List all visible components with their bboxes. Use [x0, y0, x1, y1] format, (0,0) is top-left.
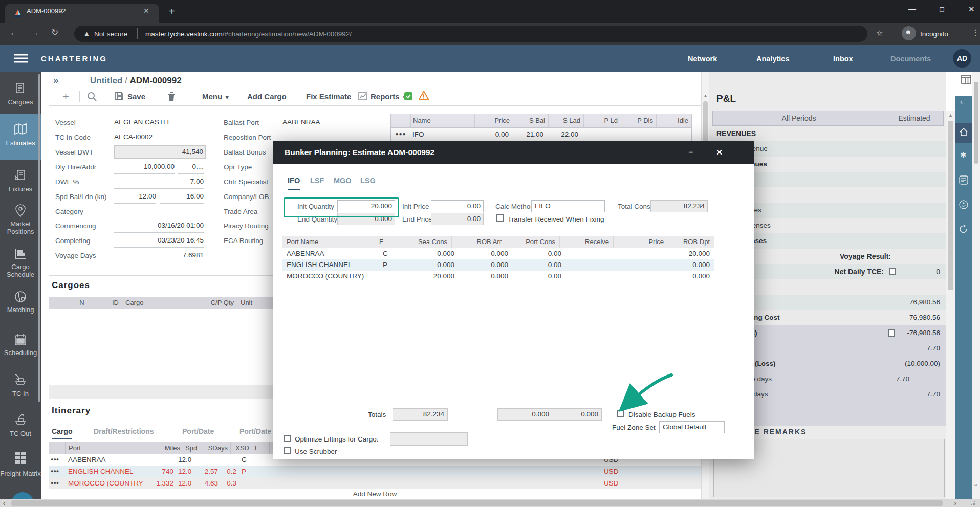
vessel-field[interactable]: AEGEAN CASTLE — [114, 118, 204, 129]
sidebar-item-tc-in[interactable]: TC In — [0, 390, 41, 398]
main-scrollbar[interactable]: ⌄ — [972, 72, 980, 499]
col-f[interactable]: F — [375, 236, 400, 248]
bunker-col-sbal[interactable]: S Bal — [513, 114, 549, 127]
scrollbar-thumb[interactable] — [11, 500, 943, 506]
col-price[interactable]: Price — [614, 236, 668, 248]
bunker-col-pdis[interactable]: P Dis — [621, 114, 657, 127]
tab-close-icon[interactable]: ✕ — [143, 7, 149, 15]
sidebar-scrollbar[interactable] — [38, 74, 40, 402]
pnl-col-estimated[interactable]: Estimated — [885, 111, 943, 125]
table-row[interactable]: MOROCCO (COUNTRY) 20.000 0.000 0.00 0.00… — [282, 271, 714, 282]
table-row[interactable]: AABENRAA C 0.000 0.000 0.00 20.000 — [282, 248, 714, 259]
nav-item-inbox[interactable]: Inbox — [833, 55, 853, 63]
use-scrubber-checkbox[interactable] — [284, 447, 291, 454]
avatar[interactable]: AD — [953, 49, 971, 68]
nav-item-documents[interactable]: Documents — [890, 55, 931, 63]
col-rob-arr[interactable]: ROB Arr — [452, 236, 506, 248]
spd-laden-field[interactable]: 16.00 — [160, 192, 204, 204]
transfer-received-checkbox[interactable] — [496, 214, 504, 222]
window-maximize-button[interactable]: ◻ — [939, 5, 945, 13]
sidebar-item-fixtures[interactable]: Fixtures — [0, 185, 41, 193]
tc-in-code-field[interactable]: AECA-I0002 — [114, 133, 204, 144]
close-icon[interactable]: ✕ — [716, 141, 723, 164]
fixtures-icon[interactable] — [14, 169, 27, 182]
pnl-scrollbar[interactable]: ▲ — [946, 111, 955, 499]
table-row[interactable]: ENGLISH CHANNEL P 0.000 0.000 0.00 0.000 — [282, 259, 714, 271]
bottom-scrollbar[interactable]: ‹ › — [0, 499, 980, 507]
collapse-panel-icon[interactable]: » — [53, 75, 59, 86]
info-circle-icon[interactable] — [959, 200, 968, 209]
modal-title-bar[interactable]: Bunker Planning: Estimate ADM-000992 – ✕ — [273, 141, 754, 164]
url-host[interactable]: master.tyche.veslink.com — [145, 30, 223, 38]
collapse-right-icon[interactable]: ‹ — [960, 97, 963, 106]
scroll-down-arrow-icon[interactable]: ⌄ — [973, 481, 978, 488]
sidebar-item-matching[interactable]: Matching — [0, 306, 41, 314]
forward-icon[interactable]: → — [30, 27, 39, 38]
itin-col-miles[interactable]: Miles — [156, 442, 183, 454]
reload-icon[interactable]: ↻ — [51, 27, 58, 38]
sidebar-item-cargo-schedule[interactable]: Cargo Schedule — [0, 263, 41, 278]
row-menu-icon[interactable]: ●●● — [391, 128, 410, 141]
profit-loss-checkbox[interactable] — [888, 329, 895, 337]
commencing-field[interactable]: 03/16/20 01:00 — [114, 222, 204, 233]
cargo-schedule-bars-icon[interactable] — [14, 248, 27, 260]
addr-comm-field[interactable]: 0.... — [178, 163, 204, 174]
col-port-name[interactable]: Port Name — [282, 236, 375, 248]
scroll-right-arrow-icon[interactable]: › — [954, 499, 956, 507]
estimates-map-icon[interactable] — [14, 123, 27, 136]
itin-col-sdays[interactable]: SDays — [202, 442, 231, 454]
table-row[interactable]: ●●● MOROCCO (COUNTRY 1,332 12.0 4.63 0.3… — [49, 477, 701, 489]
add-new-row-button[interactable]: Add New Row — [49, 489, 701, 499]
row-menu-icon[interactable]: ●●● — [51, 466, 59, 477]
bunker-col-price[interactable]: Price — [475, 114, 513, 127]
table-row[interactable]: ●●● ENGLISH CHANNEL 740 12.0 2.57 0.2 P … — [49, 466, 701, 477]
init-price-field[interactable]: 0.00 — [431, 200, 484, 212]
save-button[interactable]: Save — [127, 92, 145, 101]
cargoes-col-qty[interactable]: C/P Qty — [206, 297, 237, 309]
spd-ballast-field[interactable]: 12.00 — [114, 192, 156, 204]
voyage-days-field[interactable]: 7.6981 — [114, 251, 204, 262]
nav-item-analytics[interactable]: Analytics — [756, 55, 789, 63]
table-row[interactable]: ●●● IFO 0.00 21.00 22.00 — [391, 128, 691, 141]
bookmark-star-icon[interactable]: ☆ — [876, 29, 883, 38]
scheduling-calendar-icon[interactable] — [14, 334, 27, 346]
bunker-col-idle[interactable]: Idle — [657, 114, 691, 127]
col-rob-dpt[interactable]: ROB Dpt — [668, 236, 714, 248]
menu-button[interactable]: Menu ▼ — [202, 92, 230, 101]
freight-matrix-grid-icon[interactable] — [15, 452, 26, 464]
browser-menu-icon[interactable]: ⋮ — [971, 28, 979, 37]
window-minimize-button[interactable]: — — [908, 4, 916, 13]
market-positions-pin-icon[interactable] — [14, 204, 27, 218]
sidebar-item-market-positions[interactable]: Market Positions — [0, 220, 41, 235]
add-row-icon[interactable]: + — [62, 90, 69, 103]
scrollbar-thumb[interactable] — [948, 121, 953, 290]
tc-out-ship-icon[interactable] — [14, 412, 27, 426]
sidebar-item-tc-out[interactable]: TC Out — [0, 430, 41, 437]
col-port-cons[interactable]: Port Cons — [506, 236, 560, 248]
breadcrumb-untitled[interactable]: Untitled — [90, 76, 122, 85]
tc-in-ship-icon[interactable] — [14, 372, 27, 386]
completing-field[interactable]: 03/23/20 16:45 — [114, 236, 204, 248]
fix-estimate-button[interactable]: Fix Estimate — [306, 92, 351, 101]
sidebar-item-cargoes[interactable]: Cargoes — [0, 98, 41, 106]
scroll-up-arrow-icon[interactable]: ▲ — [703, 93, 708, 98]
back-icon[interactable]: ← — [9, 27, 19, 38]
cargoes-scroll-icon[interactable] — [14, 82, 27, 95]
minimize-icon[interactable]: – — [689, 141, 693, 163]
cargoes-col-n[interactable]: N — [72, 297, 92, 309]
fuel-zone-set-field[interactable]: Global Default — [659, 421, 725, 433]
search-icon[interactable] — [87, 92, 97, 102]
tab-draft-restrictions[interactable]: Draft/Restrictions — [94, 427, 154, 435]
tab-ifo[interactable]: IFO — [288, 177, 300, 190]
gear-icon[interactable]: ✱ — [960, 150, 967, 160]
tab-lsf[interactable]: LSF — [310, 177, 324, 185]
scroll-left-arrow-icon[interactable]: ‹ — [3, 499, 5, 507]
home-icon[interactable] — [959, 127, 968, 137]
list-panel-icon[interactable] — [959, 175, 968, 185]
calc-method-field[interactable]: FIFO — [531, 200, 605, 212]
table-layout-icon[interactable] — [961, 75, 971, 84]
new-tab-button[interactable]: + — [169, 6, 175, 17]
itin-col-f[interactable]: F — [252, 442, 270, 454]
bunker-col-slad[interactable]: S Lad — [549, 114, 584, 127]
tab-mgo[interactable]: MGO — [334, 177, 352, 185]
